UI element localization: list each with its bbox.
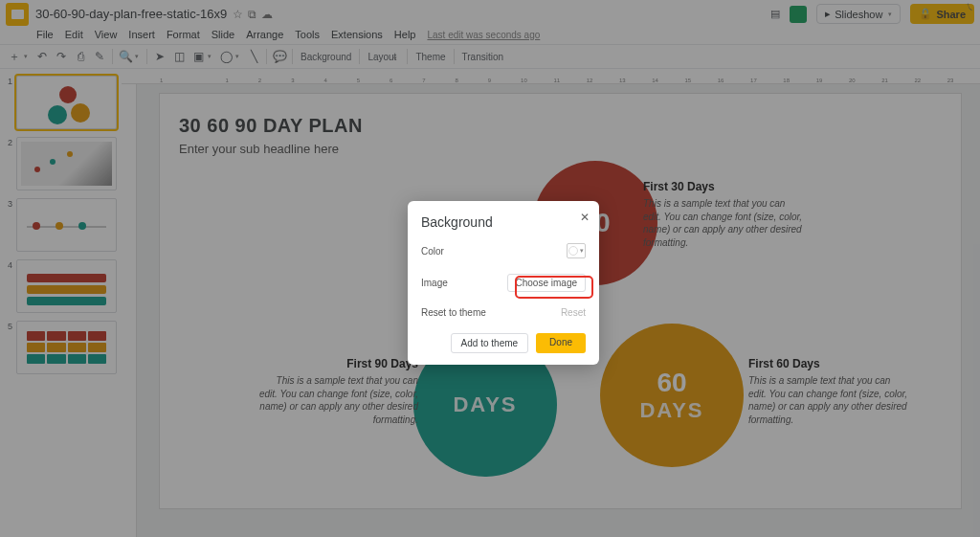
reset-button[interactable]: Reset <box>561 307 586 318</box>
dialog-title: Background <box>421 214 586 230</box>
close-icon[interactable]: ✕ <box>580 211 590 224</box>
choose-image-button[interactable]: Choose image <box>507 274 586 292</box>
done-button[interactable]: Done <box>536 333 586 353</box>
color-label: Color <box>421 246 444 257</box>
reset-to-theme-label: Reset to theme <box>421 307 486 318</box>
add-to-theme-button[interactable]: Add to theme <box>451 333 528 353</box>
app-root: 30-60-90-day-plan-free-static-16x9 ☆ ⧉ ☁… <box>0 0 980 537</box>
image-label: Image <box>421 278 448 288</box>
background-dialog: Background ✕ Color ▾ Image Choose image … <box>408 201 599 365</box>
chevron-down-icon: ▾ <box>580 247 584 255</box>
color-picker-button[interactable]: ▾ <box>567 243 586 258</box>
